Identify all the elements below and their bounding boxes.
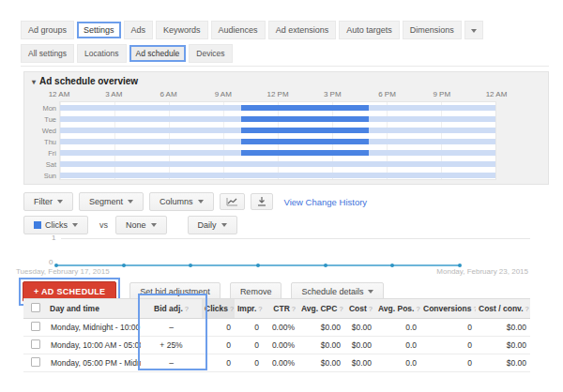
secondary-metric-button[interactable]: None	[115, 216, 167, 234]
view-change-history-link[interactable]: View Change History	[284, 197, 368, 207]
col-header-clicks[interactable]: Clicks?	[202, 299, 235, 319]
time-tick-label: 3 AM	[105, 90, 122, 98]
filter-button[interactable]: Filter	[23, 192, 73, 211]
col-header-impr[interactable]: Impr.?	[235, 299, 263, 319]
schedule-row-tue: Tue	[60, 113, 495, 125]
row-checkbox[interactable]	[31, 339, 40, 349]
primary-metric-button[interactable]: Clicks	[23, 216, 88, 234]
col-header-label: Avg. CPC	[301, 304, 337, 313]
col-header-cost-conv[interactable]: Cost / conv.?	[476, 299, 530, 319]
all-day-bar	[60, 116, 495, 122]
tab-ad-extensions[interactable]: Ad extensions	[268, 21, 337, 39]
adwords-settings-page: Ad groupsSettingsAdsKeywordsAudiencesAd …	[0, 0, 563, 392]
col-header-label: Avg. Pos.	[378, 304, 414, 313]
schedule-row-wed: Wed	[60, 125, 495, 136]
tab-settings[interactable]: Settings	[77, 22, 121, 38]
time-tick-label: 9 PM	[433, 90, 450, 98]
cell-cost: $0.00	[344, 354, 375, 372]
chevron-down-icon	[471, 29, 477, 33]
tab-keywords[interactable]: Keywords	[156, 21, 208, 39]
data-point	[324, 264, 327, 267]
columns-button[interactable]: Columns	[149, 192, 214, 211]
y-top-label: 1	[52, 234, 55, 242]
help-icon: ?	[525, 305, 529, 313]
day-label: Sat	[28, 160, 56, 169]
col-header-avg-pos[interactable]: Avg. Pos.?	[375, 299, 420, 319]
segment-button[interactable]: Segment	[79, 192, 144, 211]
col-header-ctr[interactable]: CTR?	[263, 299, 298, 319]
data-point	[189, 264, 192, 267]
col-header-day-and-time[interactable]: Day and time	[47, 299, 141, 319]
col-header-bid-adj[interactable]: Bid adj.?	[141, 299, 202, 319]
select-all-checkbox[interactable]	[31, 303, 40, 312]
col-header-cost[interactable]: Cost?	[344, 299, 375, 319]
bid-adjusted-bar	[241, 105, 368, 111]
schedule-row-thu: Thu	[60, 136, 495, 147]
cell-conversions: 0	[420, 337, 476, 354]
select-all-header[interactable]	[23, 299, 47, 319]
col-header-conversions[interactable]: Conversions?	[420, 299, 476, 319]
cell-avg-cpc: $0.00	[298, 319, 344, 337]
subtab-devices[interactable]: Devices	[189, 44, 232, 63]
cell-ctr: 0.00%	[263, 354, 298, 372]
cell-conversions: 0	[420, 319, 476, 337]
cell-clicks: 0	[202, 319, 235, 337]
cell-bid-adj: + 25%	[141, 337, 202, 354]
day-label: Mon	[28, 104, 56, 113]
subtab-all-settings[interactable]: All settings	[21, 44, 74, 63]
panel-title: ▾Ad schedule overview	[32, 76, 138, 86]
bid-adjusted-bar	[241, 139, 368, 144]
cell-day-time: Monday, 05:00 PM - Midnight	[47, 354, 141, 372]
subtab-ad-schedule[interactable]: Ad schedule	[129, 45, 187, 62]
help-icon: ?	[230, 305, 234, 313]
table-row: Monday, 05:00 PM - Midnight–000.00%$0.00…	[23, 354, 530, 372]
metric-bar: Clicks vs None Daily	[23, 216, 241, 234]
download-button[interactable]	[251, 193, 273, 210]
schedule-table: Day and timeBid adj.?Clicks?Impr.?CTR?Av…	[23, 298, 530, 372]
tab-ad-groups[interactable]: Ad groups	[21, 21, 74, 39]
cell-day-time: Monday, Midnight - 10:00 AM	[47, 319, 141, 337]
all-day-bar	[60, 150, 495, 156]
cell-bid-adj: –	[141, 354, 202, 372]
ad-schedule-overview-panel: ▾Ad schedule overview 12 AM3 AM6 AM9 AM1…	[23, 71, 549, 185]
table-header-row: Day and timeBid adj.?Clicks?Impr.?CTR?Av…	[23, 299, 530, 319]
help-icon: ?	[474, 305, 477, 313]
row-checkbox[interactable]	[31, 322, 40, 331]
all-day-bar	[60, 105, 495, 111]
row-checkbox[interactable]	[31, 357, 40, 367]
performance-timeline-chart: 1 0 Tuesday, February 17, 2015 Monday, F…	[23, 233, 530, 278]
cell-avg-pos: 0.0	[375, 354, 420, 372]
cell-cost-conv: $0.00	[476, 354, 530, 372]
settings-subtabs: All settingsLocationsAd scheduleDevices	[21, 44, 236, 63]
day-label: Thu	[28, 138, 56, 146]
tab-dimensions[interactable]: Dimensions	[403, 21, 462, 39]
table-row: Monday, Midnight - 10:00 AM–000.00%$0.00…	[23, 319, 530, 337]
tab-auto-targets[interactable]: Auto targets	[339, 21, 400, 39]
time-tick-label: 3 PM	[324, 90, 342, 98]
cell-cost-conv: $0.00	[476, 337, 530, 354]
bid-adjusted-bar	[241, 150, 368, 156]
tab-audiences[interactable]: Audiences	[211, 21, 266, 39]
schedule-row-sat: Sat	[60, 158, 495, 170]
cell-impr: 0	[235, 319, 263, 337]
tab-ads[interactable]: Ads	[124, 21, 154, 39]
subtab-locations[interactable]: Locations	[77, 44, 126, 63]
line-chart-icon	[226, 197, 238, 206]
y-bottom-label: 0	[49, 258, 53, 266]
section-divider	[21, 66, 549, 67]
day-label: Wed	[28, 127, 56, 135]
col-header-label: Day and time	[50, 304, 99, 313]
cell-avg-cpc: $0.00	[298, 354, 344, 372]
chart-toggle-button[interactable]	[220, 193, 245, 210]
bid-adjusted-bar	[241, 128, 368, 133]
help-icon: ?	[339, 305, 342, 313]
cell-cost-conv: $0.00	[476, 319, 530, 337]
col-header-label: Conversions	[423, 304, 472, 313]
data-point	[256, 264, 260, 267]
col-header-avg-cpc[interactable]: Avg. CPC?	[298, 299, 344, 319]
day-label: Tue	[28, 115, 56, 124]
table-row: Monday, 10:00 AM - 05:00 PM+ 25%000.00%$…	[23, 337, 530, 354]
granularity-button[interactable]: Daily	[188, 216, 237, 234]
tab-more[interactable]	[464, 21, 483, 39]
collapse-icon[interactable]: ▾	[32, 78, 36, 86]
